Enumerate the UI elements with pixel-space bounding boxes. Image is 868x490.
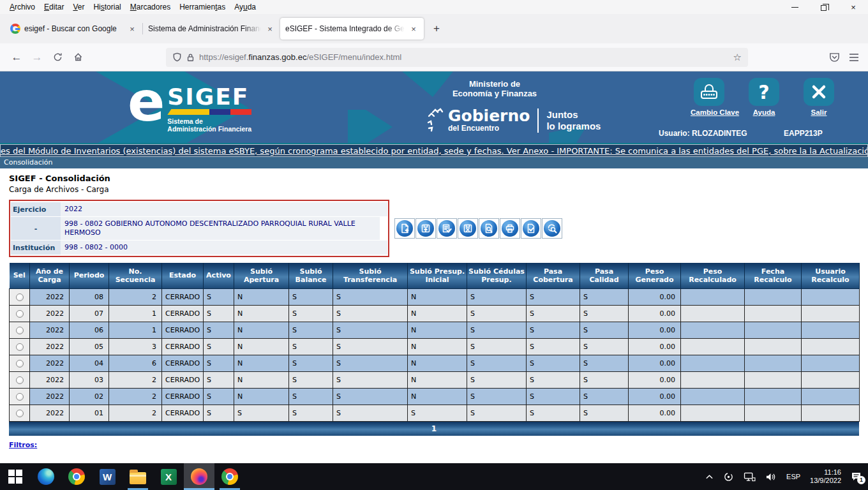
new-tab-button[interactable]: + [428, 20, 445, 38]
del-encuentro-text: del Encuentro [448, 124, 530, 133]
tab-close-icon[interactable]: × [265, 24, 275, 34]
salir-button[interactable]: Salir [800, 78, 837, 117]
toolbar-button-validate-form[interactable] [437, 218, 457, 239]
browser-tab[interactable]: eSIGEF - Sistema Integrado de Gesti× [280, 18, 424, 40]
url-text[interactable]: https://esigef.finanzas.gob.ec/eSIGEF/me… [199, 52, 729, 62]
tracking-shield-icon[interactable] [172, 52, 182, 62]
ecuador-flag-stripes [167, 109, 251, 115]
ticker-link[interactable]: es del Módulo de Inventarios (existencia… [1, 146, 868, 156]
action-center-icon[interactable]: 1 [851, 471, 862, 482]
ayuda-button[interactable]: ? Ayuda [745, 78, 782, 117]
row-select-radio[interactable] [16, 293, 24, 301]
home-icon[interactable] [68, 48, 88, 67]
toolbar-button-consult-search[interactable] [542, 218, 562, 239]
language-indicator[interactable]: ESP [786, 473, 800, 480]
row-select-radio[interactable] [16, 310, 24, 318]
back-icon[interactable]: ← [6, 48, 27, 67]
page-title: SIGEF - Consolidación [9, 174, 859, 183]
column-header: Pasa Cobertura [527, 263, 580, 288]
clock[interactable]: 11:1613/9/2022 [810, 468, 841, 485]
bookmark-star-icon[interactable]: ☆ [733, 52, 742, 63]
toolbar-button-approve-document[interactable] [521, 218, 541, 239]
toolbar-button-preview-search[interactable] [479, 218, 499, 239]
tab-close-icon[interactable]: × [408, 24, 419, 34]
esigef-header-banner: e SIGEF Sistema deAdministración Financi… [0, 71, 868, 144]
taskbar-app-word[interactable]: W [92, 463, 123, 490]
menubar-item-historial[interactable]: Historial [89, 1, 125, 13]
browser-tab[interactable]: Sistema de Administración Financie× [143, 18, 280, 40]
taskbar-app-chrome-window[interactable] [214, 463, 245, 490]
table-cell: 03 [70, 371, 109, 388]
toolbar-button-save-upload[interactable] [415, 218, 436, 239]
taskbar-app-chrome[interactable] [61, 463, 92, 490]
row-select-radio[interactable] [16, 343, 24, 351]
table-cell [745, 305, 802, 322]
pocket-icon[interactable] [829, 52, 840, 63]
table-cell: 2022 [30, 288, 70, 305]
table-cell: CERRADO [162, 388, 204, 405]
table-cell: S [333, 322, 408, 338]
table-cell: CERRADO [162, 355, 204, 371]
table-cell [745, 322, 802, 338]
tab-close-icon[interactable]: × [127, 24, 137, 34]
taskbar-app-excel[interactable]: X [153, 463, 184, 490]
window-minimize-button[interactable] [780, 0, 809, 14]
url-bar[interactable]: https://esigef.finanzas.gob.ec/eSIGEF/me… [166, 48, 748, 67]
cambio-clave-button[interactable]: Cambio Clave [691, 78, 728, 117]
toolbar-button-print[interactable] [500, 218, 520, 239]
menubar-item-herramientas[interactable]: Herramientas [175, 1, 230, 13]
table-cell: 2022 [30, 405, 70, 421]
menubar-item-ayuda[interactable]: Ayuda [230, 1, 260, 13]
table-cell: 0.00 [629, 405, 681, 421]
table-cell: 0.00 [629, 322, 681, 338]
esigef-logo-text: SIGEF [167, 87, 251, 107]
taskbar-app-file-explorer[interactable] [123, 463, 153, 490]
teams-tray-icon[interactable] [723, 471, 734, 482]
column-header: Usuario Recalculo [802, 263, 860, 288]
tray-chevron-up-icon[interactable] [705, 473, 714, 480]
window-close-button[interactable]: × [839, 0, 868, 14]
window-restore-button[interactable] [809, 0, 839, 14]
taskbar-app-edge[interactable] [31, 463, 61, 490]
row-select-radio[interactable] [16, 410, 24, 417]
carga-archivos-table: SelAño de CargaPeriodoNo. SecuenciaEstad… [9, 263, 860, 422]
table-cell: 08 [70, 288, 109, 305]
browser-tab[interactable]: esigef - Buscar con Google× [5, 18, 142, 40]
pagination-bar[interactable]: 1 [9, 422, 859, 436]
menubar-item-archivo[interactable]: Archivo [5, 1, 40, 13]
row-select-radio[interactable] [16, 393, 24, 401]
menubar-item-marcadores[interactable]: Marcadores [126, 1, 175, 13]
column-header: Subió Transferencia [333, 263, 408, 288]
row-select-radio[interactable] [16, 376, 24, 384]
filtros-link[interactable]: Filtros: [9, 441, 37, 449]
table-cell [681, 305, 745, 322]
table-cell: 01 [70, 405, 109, 421]
table-cell: S [204, 355, 234, 371]
table-cell: 2022 [30, 322, 70, 338]
arrows-burst-icon [426, 107, 445, 134]
table-cell: 0.00 [629, 338, 681, 355]
row-select-radio[interactable] [16, 360, 24, 368]
table-cell: 0.00 [629, 388, 681, 405]
menubar-item-ver[interactable]: Ver [68, 1, 89, 13]
menubar-item-editar[interactable]: Editar [40, 1, 68, 13]
browser-menubar: ArchivoEditarVerHistorialMarcadoresHerra… [0, 0, 868, 14]
table-cell: S [408, 405, 467, 421]
row-select-radio[interactable] [16, 327, 24, 334]
table-cell: S [527, 405, 580, 421]
lock-icon[interactable] [186, 53, 195, 62]
network-tray-icon[interactable] [744, 472, 756, 482]
row-select-cell [10, 405, 30, 421]
hamburger-menu-icon[interactable] [849, 53, 859, 62]
table-cell: S [580, 371, 629, 388]
toolbar-button-delete-record[interactable] [458, 218, 478, 239]
reload-icon[interactable] [47, 48, 68, 67]
toolbar-button-new-document[interactable] [394, 218, 415, 239]
table-cell: CERRADO [162, 322, 204, 338]
table-cell: 2022 [30, 371, 70, 388]
table-cell: 02 [70, 388, 109, 405]
taskbar-app-firefox[interactable] [184, 463, 214, 490]
taskbar-app-windows-start[interactable] [0, 463, 31, 490]
table-cell: S [467, 322, 527, 338]
volume-tray-icon[interactable] [765, 472, 777, 482]
